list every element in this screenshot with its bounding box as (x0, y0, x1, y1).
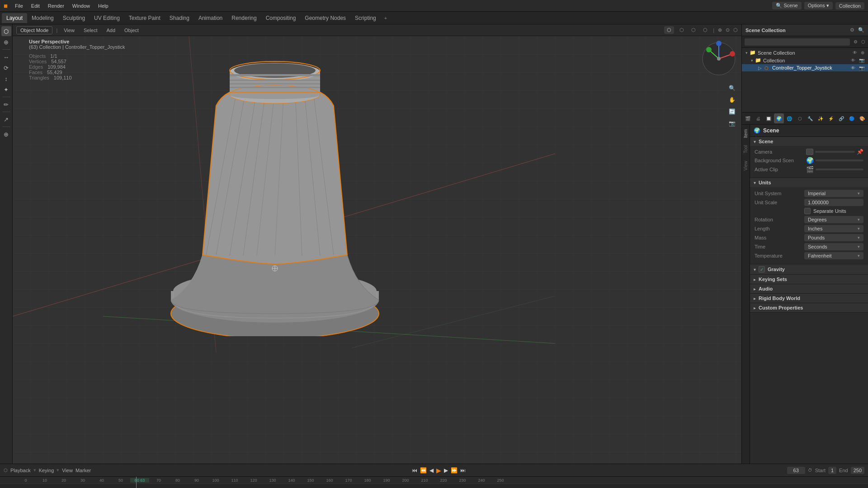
object-render[interactable]: 📷 (859, 66, 864, 70)
tab-compositing[interactable]: Compositing (261, 13, 301, 23)
props-tab-scene[interactable]: 🌍 (774, 113, 784, 123)
props-tab-render[interactable]: 🎬 (743, 113, 753, 123)
prev-frame-btn[interactable]: ⏪ (420, 467, 427, 474)
active-clip-selector[interactable] (816, 169, 863, 170)
tab-scripting[interactable]: Scripting (350, 13, 381, 23)
tab-uv-editing[interactable]: UV Editing (90, 13, 124, 23)
outliner-filter-icon[interactable]: ⚙ (850, 27, 854, 33)
collection-render[interactable]: 📷 (859, 58, 864, 63)
props-tab-object[interactable]: ⬡ (795, 113, 805, 123)
scene-selector[interactable]: 🔍 Scene (772, 2, 801, 9)
view-menu-btn[interactable]: View (61, 27, 77, 34)
overlay-toggle[interactable]: ⊙ (726, 27, 730, 33)
menu-help[interactable]: Help (94, 2, 112, 9)
item-tab[interactable]: Item (742, 127, 749, 141)
temperature-dropdown[interactable]: Fahrenheit ▾ (804, 252, 863, 259)
audio-header[interactable]: ▸ Audio (750, 284, 868, 293)
pan-btn[interactable]: ✋ (727, 95, 737, 105)
length-dropdown[interactable]: Inches ▾ (804, 225, 863, 232)
current-frame-display[interactable]: 63 (787, 467, 805, 474)
orbit-btn[interactable]: 🔄 (727, 107, 737, 117)
view-layer-selector[interactable]: Collection (835, 2, 864, 9)
active-clip-icon[interactable]: 🎬 (806, 166, 814, 173)
mass-dropdown[interactable]: Pounds ▾ (804, 234, 863, 241)
gizmo-toggle[interactable]: ⊕ (718, 27, 722, 33)
tool-scale[interactable]: ↕ (1, 74, 11, 84)
playback-menu-btn[interactable]: Playback (10, 468, 31, 473)
camera-pin-icon[interactable]: 📌 (857, 149, 863, 155)
add-menu-btn[interactable]: Add (104, 27, 118, 34)
props-tab-material[interactable]: 🎨 (857, 113, 867, 123)
unit-system-dropdown[interactable]: Imperial ▾ (804, 190, 863, 197)
view-menu-btn-tl[interactable]: View (62, 468, 73, 473)
bg-scene-icon[interactable]: 🌍 (806, 157, 814, 164)
gravity-coll-header[interactable]: ▾ ✓ Gravity (750, 264, 868, 274)
timeline-menu-icon[interactable]: ⬡ (4, 468, 8, 473)
tab-rendering[interactable]: Rendering (227, 13, 261, 23)
tool-tab[interactable]: Tool (742, 142, 749, 156)
time-dropdown[interactable]: Seconds ▾ (804, 243, 863, 250)
collection-visibility[interactable]: 👁 (851, 58, 855, 63)
scene-coll-header[interactable]: ▾ Scene (750, 137, 868, 146)
rotation-dropdown[interactable]: Degrees ▾ (804, 216, 863, 223)
playhead[interactable] (136, 477, 137, 488)
tab-modeling[interactable]: Modeling (27, 13, 58, 23)
menu-render[interactable]: Render (44, 2, 68, 9)
keying-menu-btn[interactable]: Keying (39, 468, 54, 473)
tool-transform[interactable]: ✦ (1, 84, 11, 94)
custom-properties-header[interactable]: ▸ Custom Properties (750, 303, 868, 312)
tab-geometry-nodes[interactable]: Geometry Nodes (300, 13, 350, 23)
jump-start-btn[interactable]: ⏮ (412, 467, 417, 474)
props-tab-data[interactable]: 🔵 (847, 113, 857, 123)
unit-scale-input[interactable]: 1.000000 (804, 199, 863, 206)
object-visibility[interactable]: 👁 (851, 66, 855, 70)
options-btn[interactable]: Options ▾ (804, 2, 833, 9)
select-menu-btn[interactable]: Select (81, 27, 100, 34)
menu-edit[interactable]: Edit (28, 2, 43, 9)
outliner-filter-btn[interactable]: ⚙ (854, 39, 858, 44)
tool-rotate[interactable]: ⟳ (1, 63, 11, 73)
separate-units-checkbox[interactable] (804, 208, 811, 214)
outliner-sync-btn[interactable]: ⬡ (861, 39, 865, 44)
outliner-item-object[interactable]: ▷ ⬡ Controller_Topper_Joystick 👁 📷 (742, 64, 868, 71)
navigation-gizmo[interactable] (701, 41, 737, 78)
tool-select[interactable]: ⬡ (1, 26, 11, 36)
outliner-search-input[interactable] (745, 38, 850, 46)
object-menu-btn[interactable]: Object (122, 27, 142, 34)
props-tab-world[interactable]: 🌐 (784, 113, 794, 123)
next-frame-btn[interactable]: ⏩ (451, 467, 458, 474)
exclude-icon[interactable]: ⊕ (861, 50, 864, 55)
end-frame-input[interactable]: 250 (851, 467, 864, 474)
tool-annotate[interactable]: ✏ (1, 99, 11, 109)
props-tab-particles[interactable]: ✨ (816, 113, 826, 123)
viewport-shading-wire[interactable]: ⬡ (678, 26, 686, 34)
next-keyframe-btn[interactable]: ▶ (444, 467, 448, 474)
jump-end-btn[interactable]: ⏭ (460, 467, 466, 474)
outliner-item-scene-collection[interactable]: ▾ 📁 Scene Collection 👁 ⊕ (742, 49, 868, 56)
tab-texture-paint[interactable]: Texture Paint (124, 13, 165, 23)
tool-measure[interactable]: ↗ (1, 114, 11, 124)
start-frame-input[interactable]: 1 (828, 467, 836, 474)
prev-keyframe-btn[interactable]: ◀ (429, 467, 434, 474)
camera-view-btn[interactable]: 📷 (727, 118, 737, 128)
camera-swatch[interactable] (806, 149, 813, 155)
timeline-track[interactable]: 0 10 20 30 40 50 60 63 70 80 90 100 110 … (0, 476, 868, 488)
view-tab[interactable]: View (742, 158, 749, 174)
object-mode-selector[interactable]: Object Mode (16, 26, 52, 34)
tab-sculpting[interactable]: Sculpting (58, 13, 90, 23)
outliner-item-collection[interactable]: ▾ 📁 Collection 👁 📷 (742, 56, 868, 64)
tab-animation[interactable]: Animation (194, 13, 227, 23)
units-coll-header[interactable]: ▾ Units (750, 178, 868, 187)
props-tab-physics[interactable]: ⚡ (826, 113, 836, 123)
tab-layout[interactable]: Layout (2, 13, 27, 23)
props-tab-output[interactable]: 🖨 (753, 113, 763, 123)
zoom-in-btn[interactable]: 🔍 (727, 83, 737, 93)
camera-selector[interactable] (815, 151, 855, 153)
props-tab-constraints[interactable]: 🔗 (836, 113, 846, 123)
keying-sets-header[interactable]: ▸ Keying Sets (750, 275, 868, 284)
viewport-shading-solid[interactable]: ⬡ (664, 26, 674, 34)
xray-toggle[interactable]: ⬡ (733, 27, 738, 33)
visibility-icon[interactable]: 👁 (853, 50, 857, 55)
rigid-body-world-header[interactable]: ▸ Rigid Body World (750, 294, 868, 303)
tab-shading[interactable]: Shading (165, 13, 194, 23)
